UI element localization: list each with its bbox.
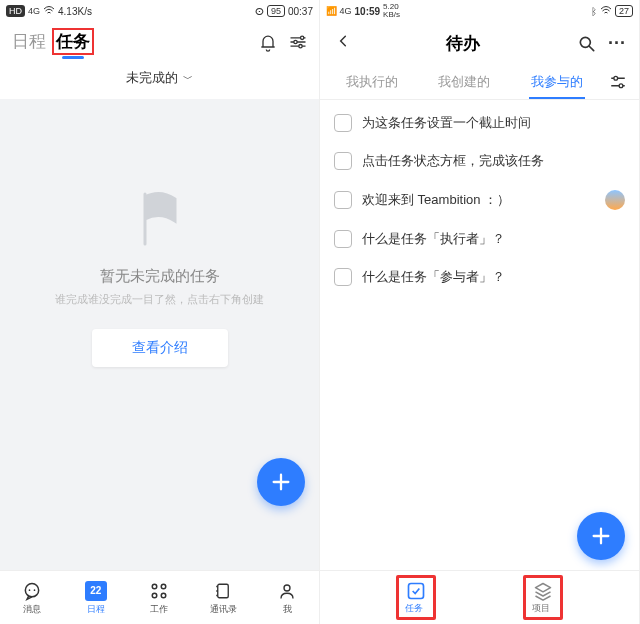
filter-dropdown[interactable]: 未完成的 ﹀: [0, 59, 319, 99]
bottom-nav-right: 任务 项目: [320, 570, 639, 624]
svg-point-12: [580, 37, 590, 47]
tab-schedule[interactable]: 日程: [10, 28, 48, 55]
bell-icon[interactable]: [257, 31, 279, 53]
layers-icon: [532, 580, 554, 602]
left-screenshot: HD 4G 4.13K/s ⵙ 95 00:37 日程 任务 未完成的 ﹀: [0, 0, 320, 624]
svg-point-5: [34, 589, 36, 591]
more-icon[interactable]: ···: [605, 33, 629, 54]
calendar-icon: 22: [85, 581, 107, 601]
svg-point-4: [29, 589, 31, 591]
header-left: 日程 任务: [0, 22, 319, 59]
status-bar-right: 📶 4G 10:59 5.20KB/s ᛒ 27: [320, 0, 639, 22]
svg-point-0: [301, 36, 304, 39]
nav-todo[interactable]: 任务: [384, 571, 448, 624]
task-row[interactable]: 欢迎来到 Teambition ：）: [320, 180, 639, 220]
nav-spacer: [575, 571, 639, 624]
nav-label: 日程: [87, 603, 105, 616]
checkbox[interactable]: [334, 268, 352, 286]
tab-participant[interactable]: 我参与的: [511, 65, 603, 99]
task-row[interactable]: 什么是任务「参与者」？: [320, 258, 639, 296]
svg-point-7: [162, 584, 167, 589]
nav-label: 消息: [23, 603, 41, 616]
bottom-nav-left: 消息 22 日程 工作 通讯录 我: [0, 570, 319, 624]
svg-point-8: [153, 593, 158, 598]
header-right: 待办 ···: [320, 22, 639, 65]
checkbox[interactable]: [334, 114, 352, 132]
nav-label: 我: [283, 603, 292, 616]
task-row[interactable]: 什么是任务「执行者」？: [320, 220, 639, 258]
book-icon: [212, 580, 234, 602]
tab-creator[interactable]: 我创建的: [418, 65, 510, 99]
svg-point-2: [299, 44, 302, 47]
flag-icon: [130, 189, 190, 249]
avatar[interactable]: [605, 190, 625, 210]
signal-icon: 📶 4G: [326, 6, 352, 16]
empty-title: 暂无未完成的任务: [100, 267, 220, 286]
checkbox[interactable]: [334, 230, 352, 248]
battery-badge: 27: [615, 5, 633, 17]
task-text: 点击任务状态方框，完成该任务: [362, 152, 625, 170]
chat-icon: [21, 580, 43, 602]
checkbox[interactable]: [334, 152, 352, 170]
checkbox[interactable]: [334, 191, 352, 209]
status-time: 10:59: [355, 6, 381, 17]
task-text: 欢迎来到 Teambition ：）: [362, 191, 595, 209]
svg-rect-15: [408, 584, 423, 599]
task-row[interactable]: 为这条任务设置一个截止时间: [320, 104, 639, 142]
nav-spacer: [448, 571, 512, 624]
svg-point-9: [162, 593, 167, 598]
empty-subtitle: 谁完成谁没完成一目了然，点击右下角创建: [55, 292, 264, 307]
nav-spacer: [320, 571, 384, 624]
battery-badge: 95: [267, 5, 285, 17]
nav-me[interactable]: 我: [255, 571, 319, 624]
wifi-icon: [43, 5, 55, 17]
task-text: 为这条任务设置一个截止时间: [362, 114, 625, 132]
task-list: 为这条任务设置一个截止时间 点击任务状态方框，完成该任务 欢迎来到 Teambi…: [320, 100, 639, 570]
filter-label: 未完成的: [126, 70, 178, 85]
tab-task[interactable]: 任务: [52, 28, 94, 55]
nav-contacts[interactable]: 通讯录: [191, 571, 255, 624]
status-bar-left: HD 4G 4.13K/s ⵙ 95 00:37: [0, 0, 319, 22]
right-screenshot: 📶 4G 10:59 5.20KB/s ᛒ 27 待办 ··· 我执行的 我创建…: [320, 0, 640, 624]
task-row[interactable]: 点击任务状态方框，完成该任务: [320, 142, 639, 180]
fab-add-button[interactable]: [257, 458, 305, 506]
nav-label: 任务: [405, 603, 423, 613]
sliders-icon[interactable]: [287, 31, 309, 53]
svg-point-1: [294, 40, 297, 43]
nav-work[interactable]: 工作: [128, 571, 192, 624]
bluetooth-icon: ᛒ: [591, 6, 597, 17]
nav-messages[interactable]: 消息: [0, 571, 64, 624]
nav-calendar[interactable]: 22 日程: [64, 571, 128, 624]
filter-icon[interactable]: [603, 65, 633, 99]
svg-point-13: [614, 76, 618, 80]
net-speed: 4.13K/s: [58, 6, 92, 17]
svg-point-3: [25, 583, 38, 596]
person-icon: [276, 580, 298, 602]
search-icon[interactable]: [575, 34, 599, 54]
svg-rect-10: [218, 584, 229, 598]
net-speed: 5.20KB/s: [383, 3, 400, 19]
view-intro-button[interactable]: 查看介绍: [92, 329, 228, 367]
grid-icon: [148, 580, 170, 602]
empty-state: 暂无未完成的任务 谁完成谁没完成一目了然，点击右下角创建 查看介绍: [0, 99, 319, 570]
nav-label: 通讯录: [210, 603, 237, 616]
status-time: 00:37: [288, 6, 313, 17]
svg-point-14: [619, 84, 623, 88]
page-title: 待办: [356, 32, 569, 55]
task-text: 什么是任务「参与者」？: [362, 268, 625, 286]
check-icon: [405, 580, 427, 602]
nav-label: 项目: [532, 603, 550, 613]
hd-badge: HD: [6, 5, 25, 17]
nav-project[interactable]: 项目: [511, 571, 575, 624]
chevron-down-icon: ﹀: [183, 73, 193, 84]
signal-label: 4G: [28, 6, 40, 16]
svg-point-11: [284, 585, 290, 591]
svg-point-6: [153, 584, 158, 589]
subtabs: 我执行的 我创建的 我参与的: [320, 65, 639, 100]
task-text: 什么是任务「执行者」？: [362, 230, 625, 248]
back-button[interactable]: [330, 30, 356, 57]
nav-label: 工作: [150, 603, 168, 616]
wifi-icon: [600, 5, 612, 17]
fab-add-button[interactable]: [577, 512, 625, 560]
tab-executor[interactable]: 我执行的: [326, 65, 418, 99]
